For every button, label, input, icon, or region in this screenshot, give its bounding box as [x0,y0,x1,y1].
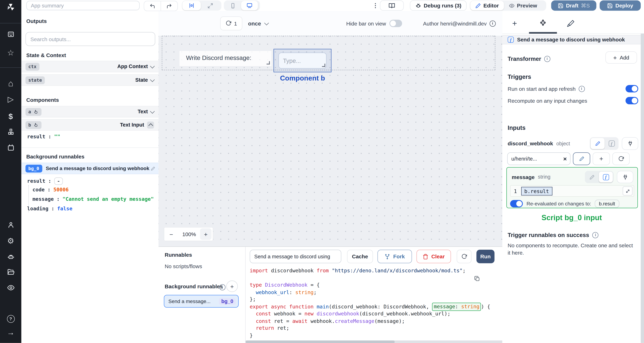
variables-icon[interactable]: $ [0,111,21,121]
search-outputs-input[interactable] [26,32,155,46]
expression-value[interactable]: b.result [521,187,552,195]
kebab-menu-icon[interactable]: ⋮ [372,2,378,9]
resource-path-value[interactable]: u/henri/te... [511,156,537,162]
users-icon[interactable] [0,220,21,230]
app-canvas[interactable]: Write Discord message: Component b − 100… [158,36,502,246]
folders-icon[interactable] [0,267,21,277]
edit-pencil-icon[interactable] [151,166,155,170]
cache-button[interactable]: Cache [347,250,373,263]
reeval-target-badge[interactable]: b.result [595,200,619,208]
zoom-in-button[interactable]: + [200,228,212,240]
schedules-icon[interactable] [0,142,21,152]
output-row-component-a[interactable]: a Text [21,106,158,118]
runs-icon[interactable]: ▷ [0,94,21,104]
static-mode-pencil-icon[interactable] [591,138,605,149]
expand-editor-icon[interactable] [623,186,632,196]
insert-component-plus-icon[interactable]: + [510,18,520,28]
apps-icon[interactable] [0,29,21,39]
draft-button[interactable]: Draft ⌘S [551,0,596,11]
clear-button[interactable]: Clear [416,250,451,263]
collapse-arrow-icon[interactable]: → [0,327,21,337]
run-on-start-toggle[interactable] [626,85,638,92]
script-name-input[interactable] [250,250,341,263]
run-button[interactable]: Run [476,250,494,263]
undo-icon[interactable] [144,3,160,9]
debug-runs-button[interactable]: Debug runs (3) [410,0,466,11]
info-icon[interactable] [544,56,550,62]
add-resource-button[interactable]: + [593,152,610,165]
info-icon[interactable] [578,86,585,92]
chevron-down-icon[interactable] [150,64,155,68]
trash-icon [423,254,428,259]
docs-book-icon[interactable] [380,0,404,11]
code-editor[interactable]: import discordwebhook from "https://deno… [250,268,500,340]
output-row-state[interactable]: state State [21,74,158,86]
refresh-button[interactable] [457,250,472,263]
info-icon[interactable] [592,232,598,238]
panel-scrollbar[interactable] [641,34,644,343]
connect-plug-icon[interactable] [617,171,633,183]
app-summary-input[interactable] [26,1,140,10]
tab-component-settings-icon[interactable] [538,18,548,28]
zoom-out-button[interactable]: − [164,230,178,238]
discord-message-input[interactable] [278,52,326,68]
home-icon[interactable]: ⌂ [0,78,21,88]
static-mode-pencil-icon[interactable] [586,172,598,182]
favorites-star-icon[interactable]: ☆ [0,48,21,58]
desktop-view-icon[interactable] [241,1,258,10]
eval-mode-f-icon[interactable]: f [606,138,618,149]
info-icon[interactable] [490,20,496,26]
refresh-count-button[interactable]: 1 [220,16,242,30]
resources-cubes-icon[interactable] [0,127,21,137]
chevron-up-icon[interactable] [148,123,153,128]
settings-gear-icon[interactable]: ⚙ [0,236,21,246]
state-badge[interactable]: state [26,76,45,84]
bg0-result-line[interactable]: result: - [27,177,63,185]
fork-button[interactable]: Fork [378,250,412,263]
collapsed-object-toggle[interactable]: - [54,177,63,185]
help-icon[interactable]: ? [0,314,21,324]
reeval-toggle[interactable] [510,200,523,208]
tab-styling-brush-icon[interactable] [566,18,576,28]
frequency-dropdown[interactable]: once [248,16,268,30]
add-runnable-button[interactable]: + [226,280,238,292]
eval-mode-f-icon[interactable]: f [599,172,613,182]
add-transformer-button[interactable]: +Add [606,51,637,64]
resize-handle[interactable] [322,64,325,67]
tab-preview[interactable]: Preview [504,1,542,10]
hide-bar-toggle[interactable] [389,20,402,27]
ctx-badge[interactable]: ctx [26,62,39,70]
info-icon[interactable] [219,284,226,290]
component-a-badge[interactable]: a [26,108,41,116]
copy-code-icon[interactable] [474,276,480,282]
text-component[interactable]: Write Discord message: [180,51,272,66]
selected-input-component[interactable] [274,49,332,72]
distribute-align-icon[interactable] [182,1,201,10]
deploy-button[interactable]: Deploy [600,0,641,11]
refresh-resource-button[interactable] [612,152,630,165]
redo-icon[interactable] [161,3,178,9]
output-row-ctx[interactable]: ctx App Context [21,61,158,72]
windmill-logo[interactable] [0,2,21,12]
horizontal-scrollbar[interactable] [246,340,502,343]
runnable-item-bg0[interactable]: Send a message... bg_0 [164,295,238,308]
component-b-badge[interactable]: b [26,121,41,129]
connect-plug-icon[interactable] [622,137,638,150]
b-result-line[interactable]: result: "" [27,132,60,141]
output-row-component-b[interactable]: b Text Input [21,119,158,130]
edit-resource-button[interactable] [573,152,590,165]
expression-editor[interactable]: 1 b.result [510,185,634,197]
resize-handle[interactable] [266,61,270,64]
component-a-type-label: Text [138,109,148,115]
chevron-down-icon[interactable] [150,77,155,82]
workers-robot-icon[interactable] [0,252,21,262]
output-row-bg0[interactable]: bg_0 Send a message to discord using web… [21,163,158,174]
tab-editor[interactable]: Editor [470,1,504,10]
recompute-toggle[interactable] [626,97,638,104]
clear-resource-icon[interactable]: × [563,155,567,162]
audit-eye-icon[interactable] [0,283,21,292]
chevron-down-icon[interactable] [150,109,155,114]
mobile-view-icon[interactable] [224,1,241,10]
bg0-badge[interactable]: bg_0 [26,164,42,172]
fullscreen-icon[interactable] [201,1,219,10]
